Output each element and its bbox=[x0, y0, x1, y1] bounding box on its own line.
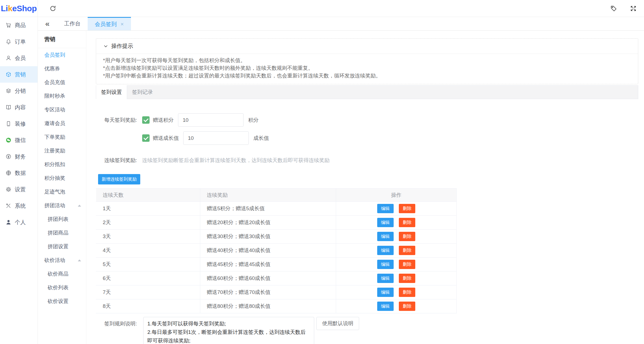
cart-icon bbox=[5, 22, 12, 28]
growth-value-input[interactable] bbox=[183, 131, 249, 145]
chevron-up-icon[interactable] bbox=[78, 259, 81, 261]
delete-button[interactable]: 删除 bbox=[399, 260, 415, 269]
edit-button[interactable]: 编辑 bbox=[377, 232, 394, 241]
tab-member-signin[interactable]: 会员签到 × bbox=[88, 17, 131, 30]
primary-sidebar: LikeShop 商品 订单 会员 营销 分销 bbox=[0, 0, 38, 344]
sidebar-item-distribution[interactable]: 分销 bbox=[0, 83, 38, 99]
column-header-ops: 操作 bbox=[336, 189, 457, 202]
top-header bbox=[38, 0, 644, 17]
yen-circle-icon bbox=[5, 154, 12, 160]
globe-icon bbox=[5, 170, 12, 176]
daily-reward-label: 每天签到奖励: bbox=[96, 117, 137, 124]
submenu-item-invite[interactable]: 邀请会员 bbox=[38, 117, 86, 130]
main-content: 操作提示 *用户每天签到一次可获得每天签到奖励，包括积分和成长值。 *点击新增连… bbox=[86, 31, 644, 344]
submenu-item-seckill[interactable]: 限时秒杀 bbox=[38, 89, 86, 103]
cell-reward: 赠送60积分；赠送60成长值 bbox=[200, 271, 336, 285]
sidebar-item-marketing[interactable]: 营销 bbox=[0, 66, 38, 83]
sidebar-collapse-icon[interactable]: « bbox=[38, 17, 57, 30]
edit-button[interactable]: 编辑 bbox=[377, 246, 394, 255]
edit-button[interactable]: 编辑 bbox=[377, 288, 394, 297]
tab-signin-settings[interactable]: 签到设置 bbox=[96, 85, 127, 99]
delete-button[interactable]: 删除 bbox=[399, 232, 415, 241]
delete-button[interactable]: 删除 bbox=[399, 246, 415, 255]
submenu-item-order-reward[interactable]: 下单奖励 bbox=[38, 130, 86, 144]
edit-button[interactable]: 编辑 bbox=[377, 274, 394, 283]
sidebar-item-decoration[interactable]: 装修 bbox=[0, 115, 38, 132]
alert-tip: *用户每天签到一次可获得每天签到奖励，包括积分和成长值。 bbox=[103, 57, 631, 64]
cell-reward: 赠送70积分；赠送70成长值 bbox=[200, 285, 336, 299]
delete-button[interactable]: 删除 bbox=[399, 288, 415, 297]
sidebar-item-goods[interactable]: 商品 bbox=[0, 17, 38, 33]
cell-days: 6天 bbox=[96, 271, 200, 285]
delete-button[interactable]: 删除 bbox=[399, 274, 415, 283]
close-icon[interactable]: × bbox=[121, 21, 124, 27]
fullscreen-icon[interactable] bbox=[630, 5, 637, 12]
submenu-label: 专区活动 bbox=[44, 106, 65, 113]
tag-icon[interactable] bbox=[610, 5, 617, 12]
table-row: 6天 赠送60积分；赠送60成长值 编辑 删除 bbox=[96, 271, 457, 285]
sidebar-item-content[interactable]: 内容 bbox=[0, 99, 38, 115]
sidebar-item-members[interactable]: 会员 bbox=[0, 50, 38, 66]
alert-tip: *点击新增连续签到奖励可以设置满足连续签到天数时的额外奖励，连续天数规则不能重复… bbox=[103, 64, 631, 72]
submenu-group-bargain[interactable]: 砍价活动 bbox=[38, 253, 86, 267]
workspace: 营销 会员签到 优惠券 会员充值 限时秒杀 专区活动 邀请会员 下单奖励 注册奖… bbox=[38, 31, 644, 344]
wechat-icon bbox=[5, 137, 12, 143]
tab-signin-records[interactable]: 签到记录 bbox=[127, 86, 158, 99]
sidebar-item-system[interactable]: 系统 bbox=[0, 198, 38, 214]
alert-header[interactable]: 操作提示 bbox=[96, 39, 638, 54]
sidebar-item-data[interactable]: 数据 bbox=[0, 165, 38, 181]
sidebar-item-wechat[interactable]: 微信 bbox=[0, 132, 38, 148]
delete-button[interactable]: 删除 bbox=[399, 218, 415, 227]
user-icon bbox=[5, 55, 12, 61]
chevron-up-icon[interactable] bbox=[78, 205, 81, 207]
gear-icon bbox=[5, 186, 12, 192]
submenu-item-footprint-bubble[interactable]: 足迹气泡 bbox=[38, 185, 86, 199]
delete-button[interactable]: 删除 bbox=[399, 302, 415, 311]
sidebar-item-profile[interactable]: 个人 bbox=[0, 214, 38, 230]
refresh-icon[interactable] bbox=[49, 5, 56, 12]
submenu-item-bargain-goods[interactable]: 砍价商品 bbox=[38, 267, 86, 281]
delete-button[interactable]: 删除 bbox=[399, 204, 415, 213]
sidebar-item-finance[interactable]: 财务 bbox=[0, 148, 38, 165]
table-row: 4天 赠送40积分；赠送40成长值 编辑 删除 bbox=[96, 244, 457, 258]
sidebar-item-settings[interactable]: 设置 bbox=[0, 181, 38, 198]
tab-workbench[interactable]: 工作台 bbox=[57, 17, 88, 30]
submenu-item-register-reward[interactable]: 注册奖励 bbox=[38, 144, 86, 158]
bell-icon bbox=[5, 39, 12, 45]
cell-days: 4天 bbox=[96, 244, 200, 258]
submenu-label: 下单奖励 bbox=[44, 134, 65, 141]
rules-textarea[interactable]: 1.每天签到可以获得每天签到奖励; 2.每日最多可签到1次，断签则会重新计算连签… bbox=[143, 317, 314, 344]
sidebar-item-orders[interactable]: 订单 bbox=[0, 33, 38, 50]
edit-button[interactable]: 编辑 bbox=[377, 218, 394, 227]
submenu-item-recharge[interactable]: 会员充值 bbox=[38, 76, 86, 89]
submenu-item-points-deduction[interactable]: 积分抵扣 bbox=[38, 158, 86, 171]
submenu-item-zone-activity[interactable]: 专区活动 bbox=[38, 103, 86, 117]
growth-checkbox[interactable] bbox=[142, 134, 150, 142]
submenu-item-groupbuy-settings[interactable]: 拼团设置 bbox=[38, 240, 86, 253]
submenu-group-groupbuy[interactable]: 拼团活动 bbox=[38, 199, 86, 212]
submenu-item-coupon[interactable]: 优惠券 bbox=[38, 62, 86, 76]
points-value-input[interactable] bbox=[178, 113, 244, 127]
operation-tips-alert: 操作提示 *用户每天签到一次可获得每天签到奖励，包括积分和成长值。 *点击新增连… bbox=[96, 38, 638, 84]
table-row: 5天 赠送45积分；赠送45成长值 编辑 删除 bbox=[96, 258, 457, 271]
submenu-item-groupbuy-list[interactable]: 拼团列表 bbox=[38, 212, 86, 226]
submenu-item-bargain-list[interactable]: 砍价列表 bbox=[38, 281, 86, 294]
add-continuous-reward-button[interactable]: 新增连续签到奖励 bbox=[98, 174, 140, 184]
edit-button[interactable]: 编辑 bbox=[377, 302, 394, 311]
submenu-label: 积分抵扣 bbox=[44, 161, 65, 168]
content-tabs-bar: 签到设置 签到记录 bbox=[96, 85, 638, 99]
use-default-rules-button[interactable]: 使用默认说明 bbox=[316, 317, 359, 330]
submenu-item-member-signin[interactable]: 会员签到 bbox=[38, 48, 86, 62]
content-tabs: 签到设置 签到记录 bbox=[96, 85, 638, 99]
cell-reward: 赠送45积分；赠送45成长值 bbox=[200, 258, 336, 271]
edit-button[interactable]: 编辑 bbox=[377, 260, 394, 269]
submenu-item-points-lottery[interactable]: 积分抽奖 bbox=[38, 171, 86, 185]
submenu-item-groupbuy-goods[interactable]: 拼团商品 bbox=[38, 226, 86, 240]
logo-text: Li bbox=[1, 4, 8, 13]
edit-button[interactable]: 编辑 bbox=[377, 204, 394, 213]
submenu-item-bargain-settings[interactable]: 砍价设置 bbox=[38, 294, 86, 308]
submenu-label: 拼团商品 bbox=[48, 229, 68, 236]
points-checkbox[interactable] bbox=[142, 116, 150, 124]
window-tabbar: « 工作台 会员签到 × bbox=[38, 17, 644, 31]
submenu-label: 注册奖励 bbox=[44, 147, 65, 154]
